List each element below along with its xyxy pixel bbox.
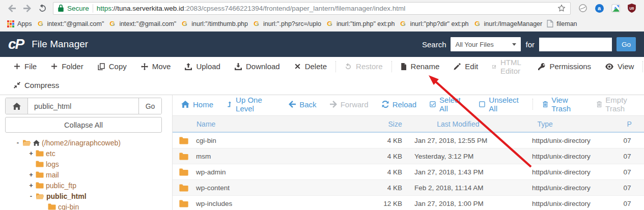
file-permissions: 07	[611, 153, 644, 160]
collapse-all-button[interactable]: Collapse All	[5, 117, 162, 133]
folder-button[interactable]: Folder	[44, 62, 91, 71]
nav-view-trash[interactable]: View Trash	[536, 96, 590, 113]
nav-select-all[interactable]: Select All	[423, 96, 472, 113]
browser-back-icon[interactable]	[5, 2, 18, 15]
svg-text:G: G	[254, 20, 259, 27]
nav-reload[interactable]: Reload	[375, 100, 424, 109]
column-header-permissions[interactable]: P	[611, 120, 644, 128]
rename-button[interactable]: Rename	[394, 62, 447, 71]
edit-button[interactable]: Edit	[446, 62, 485, 71]
tree-expander[interactable]: +	[29, 149, 34, 157]
tree-expander[interactable]: +	[29, 171, 34, 178]
bookmark-item[interactable]: G inurl:"/timthumb.php	[181, 20, 248, 27]
upload-icon	[185, 63, 192, 70]
copy-button[interactable]: Copy	[91, 62, 134, 71]
nav-home[interactable]: Home	[175, 100, 220, 109]
html-editor-button[interactable]: HTML Editor	[485, 58, 531, 75]
column-header-name[interactable]: Name	[173, 120, 371, 128]
file-button[interactable]: File	[7, 62, 44, 71]
path-input[interactable]	[28, 98, 138, 114]
file-list-nav: Home Up One Level Back Forward Reload Se…	[173, 95, 644, 113]
search-input[interactable]	[539, 38, 612, 51]
tree-node-mail[interactable]: + mail	[5, 169, 162, 180]
column-header-type[interactable]: Type	[511, 120, 611, 128]
bookmark-label: inurl:/ImageManager	[484, 20, 543, 27]
bookmark-star-icon[interactable]	[557, 4, 566, 12]
nav-empty-trash[interactable]: Empty Trash	[590, 96, 644, 113]
google-favicon: G	[473, 20, 481, 27]
path-home-button[interactable]	[6, 98, 28, 114]
svg-text:G: G	[327, 20, 332, 27]
upload-button[interactable]: Upload	[178, 62, 228, 71]
tree-node-cgi-bin[interactable]: cgi-bin	[5, 201, 162, 210]
google-favicon: G	[181, 20, 188, 27]
search-go-button[interactable]: Go	[617, 37, 636, 51]
bookmark-item[interactable]: G intext:"@gmail.com"	[37, 20, 104, 27]
nav-unselect-all[interactable]: Unselect All	[472, 96, 529, 113]
google-favicon: G	[253, 20, 260, 27]
bookmark-item[interactable]: G inurl:".php?src=/uplo	[253, 20, 321, 27]
table-row[interactable]: cgi-bin 4 KB Jan 27, 2018, 12:55 PM http…	[173, 133, 644, 148]
tree-node-etc[interactable]: + etc	[5, 148, 162, 159]
file-type: httpd/unix-directory	[512, 184, 610, 192]
bookmark-item[interactable]: fileman	[547, 20, 577, 27]
arrow-right-icon	[330, 101, 337, 108]
bookmark-item[interactable]: G inurl:"php?dir" ext:ph	[399, 20, 468, 27]
file-type: httpd/unix-directory	[512, 168, 610, 176]
tree-node-logs[interactable]: logs	[5, 159, 162, 169]
home-icon	[33, 140, 40, 146]
file-modified: Feb 2, 2018, 11:14 AM	[405, 184, 512, 192]
svg-text:G: G	[38, 20, 43, 27]
file-permissions: 07	[611, 184, 644, 192]
table-row[interactable]: wp-content 4 KB Feb 2, 2018, 11:14 AM ht…	[173, 180, 644, 196]
nav-up-one-level[interactable]: Up One Level	[220, 96, 282, 113]
address-bar[interactable]: Secure https://tuna.serverkita.web.id:20…	[53, 2, 571, 15]
column-header-last-modified[interactable]: Last Modified	[405, 120, 511, 128]
chevron-down-icon	[512, 43, 516, 46]
tree-expander[interactable]: -	[29, 192, 34, 200]
nav-forward[interactable]: Forward	[323, 100, 375, 109]
extension-ublock-icon[interactable]: U0	[626, 3, 637, 14]
table-row[interactable]: msm 4 KB Yesterday, 3:12 PM httpd/unix-d…	[173, 148, 644, 164]
view-button[interactable]: View	[598, 62, 641, 71]
toolbar-row-1: File Folder Copy Move Upload Download De…	[0, 57, 644, 76]
url-scheme: https	[97, 5, 111, 12]
path-go-button[interactable]: Go	[138, 98, 161, 114]
tree-node-public-ftp[interactable]: + public_ftp	[5, 180, 162, 191]
tree-node-label: logs	[46, 160, 59, 168]
extension-swirl-icon[interactable]	[577, 3, 589, 14]
bookmark-label: inurl:"/timthumb.php	[191, 20, 248, 27]
permissions-button[interactable]: Permissions	[531, 62, 598, 71]
browser-reload-icon[interactable]	[36, 2, 49, 15]
bookmark-item[interactable]: G inurl:"tim.php" ext:ph	[326, 20, 395, 27]
delete-button[interactable]: Delete	[287, 62, 334, 71]
table-row[interactable]: wp-includes 12 KB Jan 27, 2018, 1:00 PM …	[173, 196, 644, 210]
file-modified: Jan 27, 2018, 12:55 PM	[405, 137, 512, 144]
move-button[interactable]: Move	[134, 62, 178, 71]
restore-button[interactable]: Restore	[338, 62, 390, 71]
folder-icon	[48, 203, 56, 210]
tree-node-public-html[interactable]: - public_html	[5, 191, 162, 201]
extension-a-icon[interactable]: a	[594, 3, 605, 14]
tree-expander[interactable]: -	[15, 139, 20, 146]
nav-back[interactable]: Back	[282, 100, 323, 109]
search-scope-select[interactable]: All Your Files	[451, 37, 521, 51]
compress-button[interactable]: Compress	[7, 81, 66, 89]
file-name: wp-admin	[196, 168, 226, 176]
column-header-size[interactable]: Size	[371, 120, 405, 128]
folder-icon	[36, 161, 44, 167]
bookmark-item[interactable]: G inurl:/ImageManager	[473, 20, 543, 27]
apps-shortcut[interactable]: Apps	[7, 20, 32, 27]
download-button[interactable]: Download	[228, 62, 287, 71]
bookmark-item[interactable]: G intext:"@gmail.com"	[108, 20, 176, 27]
file-name: wp-content	[196, 184, 230, 192]
extension-image-icon[interactable]	[610, 3, 621, 14]
browser-forward-icon[interactable]	[20, 2, 34, 15]
file-permissions: 07	[611, 168, 644, 176]
tree-node-root[interactable]: - (/home2/inagraphcoweb)	[5, 137, 162, 148]
undo-icon	[345, 63, 352, 70]
svg-text:G: G	[474, 20, 480, 27]
table-row[interactable]: wp-admin 4 KB Jan 27, 2018, 1:43 PM http…	[173, 164, 644, 180]
tree-expander[interactable]: +	[29, 182, 34, 189]
tree-node-label: cgi-bin	[58, 203, 79, 210]
